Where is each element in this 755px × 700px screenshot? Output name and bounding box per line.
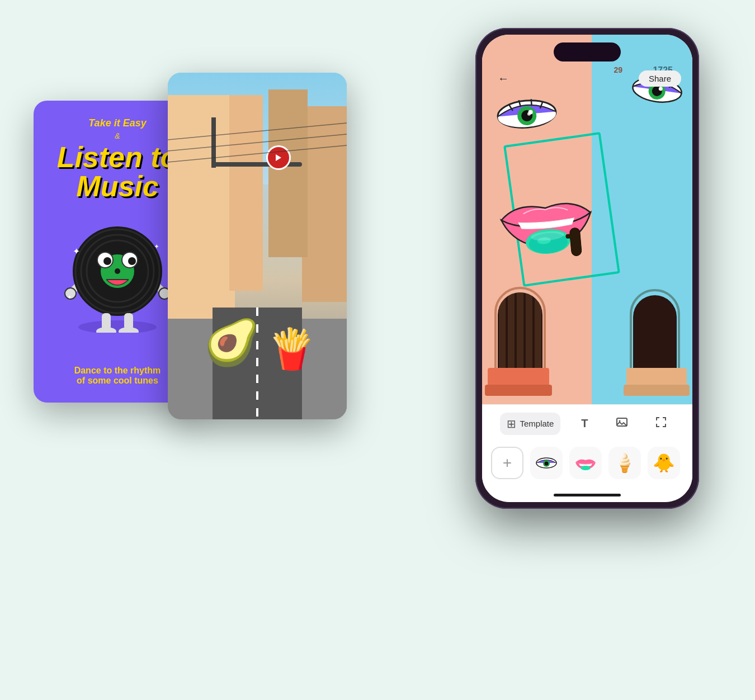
template-icon: ⊞ xyxy=(507,417,516,431)
svg-point-10 xyxy=(115,268,120,274)
svg-point-12 xyxy=(103,257,111,265)
app-toolbar: ⊞ Template T xyxy=(482,404,692,440)
card-street: 🥑 🍟 xyxy=(168,73,347,419)
svg-line-25 xyxy=(168,145,347,162)
svg-point-54 xyxy=(545,462,549,466)
steps-left-2 xyxy=(485,385,552,396)
scene: Take it Easy & Listen to Music xyxy=(0,0,755,700)
iphone-notch xyxy=(554,42,621,62)
svg-text:✦: ✦ xyxy=(154,243,159,250)
svg-rect-47 xyxy=(569,228,582,256)
card-music-subtitle: Dance to the rhythmof some cool tunes xyxy=(74,366,161,386)
sticker-thumb-lips[interactable] xyxy=(569,447,602,479)
sticker-tray: + xyxy=(482,440,692,490)
svg-point-55 xyxy=(581,466,591,470)
home-indicator xyxy=(554,494,621,496)
eye-sticker-left[interactable] xyxy=(495,96,559,132)
door-grill xyxy=(498,292,542,371)
text-icon: T xyxy=(581,417,588,430)
fries-sticker: 🍟 xyxy=(267,326,316,372)
back-button[interactable]: ← xyxy=(493,68,513,88)
svg-text:✦: ✦ xyxy=(73,247,80,256)
avocado-sticker: 🥑 xyxy=(204,316,260,369)
image-icon xyxy=(616,416,628,431)
street-wires xyxy=(168,73,347,173)
lips-sticker[interactable] xyxy=(487,178,605,266)
svg-line-33 xyxy=(531,100,532,105)
add-sticker-button[interactable]: + xyxy=(491,447,523,479)
card-music-title-small: Take it Easy xyxy=(88,117,146,129)
sticker-thumb-duck[interactable]: 🐥 xyxy=(648,447,680,479)
iphone-screen: ← Share xyxy=(482,35,692,502)
template-button[interactable]: ⊞ Template xyxy=(500,413,560,435)
svg-point-14 xyxy=(128,257,136,265)
image-button[interactable] xyxy=(609,412,635,436)
sticker-thumb-icecream[interactable]: 🍦 xyxy=(608,447,641,479)
fullscreen-button[interactable] xyxy=(648,412,674,436)
svg-text:✦: ✦ xyxy=(67,294,72,300)
svg-line-24 xyxy=(168,134,347,151)
sticker-thumb-eye[interactable] xyxy=(530,447,563,479)
text-button[interactable]: T xyxy=(574,413,594,434)
svg-line-23 xyxy=(168,123,347,140)
steps-right-2 xyxy=(624,385,690,396)
vinyl-character: ✦ ✦ ✦ xyxy=(62,210,173,333)
fullscreen-icon xyxy=(655,416,667,431)
iphone-frame: ← Share xyxy=(475,28,699,509)
card-music-connector: & xyxy=(115,131,120,140)
door-right-arch xyxy=(630,289,680,372)
svg-point-0 xyxy=(78,320,157,333)
template-label: Template xyxy=(520,419,554,428)
share-button[interactable]: Share xyxy=(639,70,681,87)
